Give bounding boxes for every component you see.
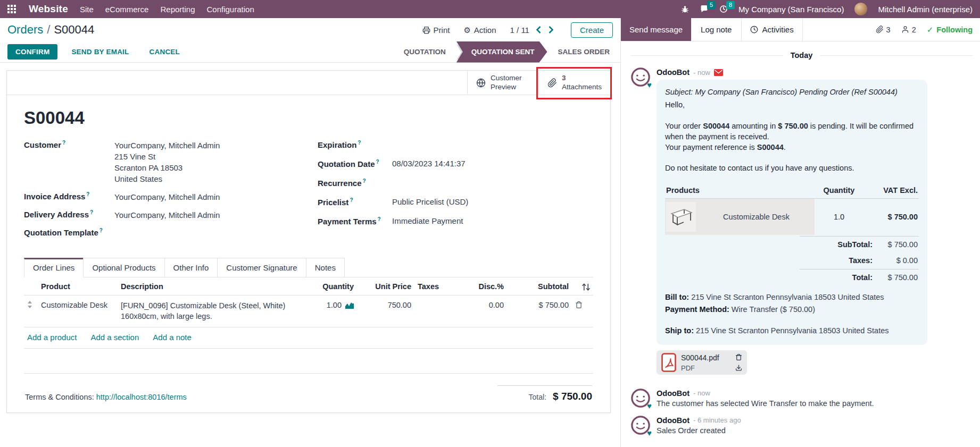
send-message-button[interactable]: Send message — [621, 18, 691, 41]
customer-preview-button[interactable]: Customer Preview — [467, 71, 538, 95]
user-avatar[interactable] — [854, 3, 867, 15]
terms-link[interactable]: http://localhost:8016/terms — [96, 393, 187, 401]
printer-icon — [422, 26, 430, 34]
header-subtotal[interactable]: Subtotal — [538, 282, 569, 291]
msg-product-amount: $ 750.00 — [863, 199, 919, 235]
field-payment-terms[interactable]: Payment Terms? Immediate Payment — [318, 216, 593, 227]
followers-button[interactable]: 2 — [901, 26, 916, 34]
pager-count: 1 / 11 — [510, 26, 529, 35]
field-quotation-template[interactable]: Quotation Template? — [24, 227, 318, 237]
tab-other-info[interactable]: Other Info — [164, 258, 218, 277]
delete-line-icon[interactable] — [575, 301, 583, 309]
tab-notes[interactable]: Notes — [306, 258, 345, 277]
tab-order-lines[interactable]: Order Lines — [24, 258, 84, 277]
stage-quotation-sent[interactable]: QUOTATION SENT — [456, 41, 547, 63]
cell-unit-price: 750.00 — [357, 296, 414, 327]
cell-product: Customizable Desk — [38, 296, 118, 327]
quotation-date-value[interactable]: 08/03/2023 14:41:37 — [392, 159, 466, 170]
msg-taxes-label: Taxes: — [849, 255, 873, 266]
menu-reporting[interactable]: Reporting — [160, 5, 195, 14]
confirm-button[interactable]: CONFIRM — [7, 44, 57, 60]
field-pricelist[interactable]: Pricelist? Public Pricelist (USD) — [318, 197, 593, 208]
following-button[interactable]: ✓ Following — [927, 25, 973, 35]
apps-grid-icon[interactable] — [7, 5, 16, 13]
field-quotation-date[interactable]: Quotation Date? 08/03/2023 14:41:37 — [318, 159, 593, 170]
message-text: Sales Order created — [657, 426, 973, 435]
field-expiration[interactable]: Expiration? — [318, 140, 593, 151]
menu-ecommerce[interactable]: eCommerce — [105, 5, 149, 14]
delete-attachment-icon[interactable] — [735, 353, 742, 361]
message-author[interactable]: OdooBot — [657, 416, 690, 425]
stage-sales-order[interactable]: SALES ORDER — [547, 41, 620, 63]
field-delivery-address[interactable]: Delivery Address? YourCompany, Mitchell … — [24, 209, 318, 221]
send-by-email-button[interactable]: SEND BY EMAIL — [65, 44, 135, 60]
breadcrumb-orders[interactable]: Orders — [7, 23, 43, 37]
tab-customer-signature[interactable]: Customer Signature — [217, 258, 306, 277]
message-time: - 6 minutes ago — [693, 416, 741, 424]
pager-previous-icon[interactable] — [536, 26, 542, 33]
add-a-section-link[interactable]: Add a section — [90, 333, 139, 342]
app-name[interactable]: Website — [29, 3, 68, 15]
user-menu[interactable]: Mitchell Admin (enterprise) — [878, 5, 973, 14]
order-line-row[interactable]: Customizable Desk [FURN_0096] Customizab… — [24, 296, 593, 327]
add-a-note-link[interactable]: Add a note — [153, 333, 192, 342]
activities-button[interactable]: Activities — [742, 18, 802, 41]
chatter-attachments-button[interactable]: 3 — [876, 26, 891, 34]
clock-icon — [750, 26, 758, 33]
forecast-chart-icon[interactable] — [345, 302, 354, 309]
log-note-button[interactable]: Log note — [691, 18, 741, 41]
create-button[interactable]: Create — [571, 22, 613, 38]
msg-header-vat: VAT Excl. — [863, 182, 919, 199]
header-disc[interactable]: Disc.% — [450, 277, 507, 296]
print-button[interactable]: Print — [422, 26, 450, 35]
stage-quotation[interactable]: QUOTATION — [393, 41, 456, 63]
pricelist-value[interactable]: Public Pricelist (USD) — [392, 197, 468, 208]
add-a-product-link[interactable]: Add a product — [27, 333, 77, 342]
order-form-sheet: Customer Preview 3 Attachments S00044 Cu… — [6, 70, 611, 413]
delivery-address-value[interactable]: YourCompany, Mitchell Admin — [114, 209, 220, 221]
messages-icon[interactable]: 5 — [700, 5, 709, 13]
message-author[interactable]: OdooBot — [657, 68, 690, 77]
messages-badge: 5 — [707, 1, 716, 9]
menu-site[interactable]: Site — [80, 5, 94, 14]
drag-handle-icon[interactable] — [27, 301, 32, 308]
company-switcher[interactable]: My Company (San Francisco) — [738, 5, 844, 14]
field-customer[interactable]: Customer? YourCompany, Mitchell Admin 21… — [24, 140, 318, 184]
header-taxes[interactable]: Taxes — [414, 277, 450, 296]
download-attachment-icon[interactable] — [735, 364, 742, 372]
field-recurrence[interactable]: Recurrence? — [318, 178, 593, 189]
attachments-button[interactable]: 3 Attachments — [538, 71, 610, 95]
bill-to-label: Bill to: — [665, 293, 689, 301]
customer-name[interactable]: YourCompany, Mitchell Admin — [114, 141, 220, 150]
odoobot-avatar: ♥ — [630, 67, 651, 87]
paperclip-icon — [876, 26, 884, 33]
field-invoice-address[interactable]: Invoice Address? YourCompany, Mitchell A… — [24, 191, 318, 203]
attachment-card[interactable]: S00044.pdf PDF — [657, 350, 747, 375]
optional-columns-icon[interactable] — [582, 283, 590, 291]
pager-next-icon[interactable] — [548, 26, 554, 33]
msg-subtotal-value: $ 750.00 — [879, 239, 918, 250]
customer-preview-label: Customer Preview — [491, 74, 530, 91]
header-product[interactable]: Product — [38, 277, 118, 296]
message-author[interactable]: OdooBot — [657, 389, 690, 398]
header-description[interactable]: Description — [118, 277, 289, 296]
help-marker: ? — [86, 191, 89, 197]
check-icon: ✓ — [927, 25, 934, 35]
cancel-button[interactable]: CANCEL — [143, 44, 186, 60]
chatter-panel: Send message Log note Activities 3 2 — [620, 18, 980, 447]
action-button[interactable]: ⚙ Action — [463, 26, 496, 35]
message-time: - now — [693, 69, 710, 77]
email-icon[interactable] — [714, 69, 723, 76]
tab-optional-products[interactable]: Optional Products — [83, 258, 164, 277]
greeting: Hello, — [665, 100, 685, 109]
order-fields: Customer? YourCompany, Mitchell Admin 21… — [24, 140, 593, 244]
menu-configuration[interactable]: Configuration — [207, 5, 254, 14]
payment-terms-value[interactable]: Immediate Payment — [392, 216, 463, 227]
form-view-area: Orders / S00044 Print ⚙ Action 1 / 11 Cr… — [0, 18, 620, 447]
header-unit-price[interactable]: Unit Price — [357, 277, 414, 296]
activities-clock-icon[interactable]: 8 — [719, 5, 728, 13]
attachment-filename[interactable]: S00044.pdf — [681, 353, 719, 362]
debug-bug-icon[interactable] — [681, 5, 689, 13]
header-quantity[interactable]: Quantity — [289, 277, 357, 296]
invoice-address-value[interactable]: YourCompany, Mitchell Admin — [114, 191, 220, 203]
